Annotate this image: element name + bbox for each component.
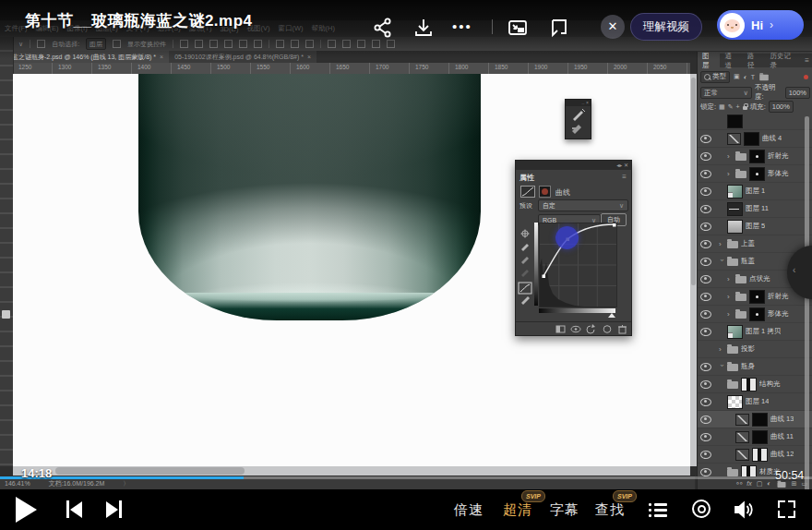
ps-toolbar-sliver[interactable] [0, 37, 14, 466]
layer-row-图层 1 拷贝[interactable]: 图层 1 拷贝 [698, 323, 812, 341]
layer-row-曲线 12[interactable]: 曲线 12 [698, 446, 812, 464]
cast-screen-button[interactable] [548, 17, 570, 39]
layer-thumbnail-black[interactable] [727, 114, 743, 128]
account-button[interactable]: Hi › [717, 10, 804, 40]
layer-thumbnail-gray[interactable] [727, 220, 743, 234]
filter-toggle-light[interactable] [804, 75, 808, 79]
eye-icon[interactable] [700, 187, 711, 196]
quality-button[interactable]: 超清 [503, 501, 532, 519]
filter-group-icon[interactable] [759, 75, 769, 80]
layer-thumbnail-line[interactable] [727, 202, 743, 216]
layer-thumbnail-black[interactable] [752, 430, 768, 444]
layer-row-结构光[interactable]: 结构光 [698, 376, 812, 393]
eye-icon[interactable] [700, 416, 711, 424]
close-icon[interactable]: ✕ [601, 15, 625, 39]
find-button[interactable]: 查找 [595, 501, 625, 519]
lock-pixels-icon[interactable]: ✎ [728, 103, 734, 111]
next-episode-button[interactable] [103, 500, 124, 519]
lock-all-icon[interactable] [743, 106, 747, 110]
filter-pixel-icon[interactable]: ▣ [734, 73, 740, 80]
layer-style-icon[interactable]: fx [746, 480, 751, 487]
layer-thumbnail-blackdot[interactable] [749, 307, 765, 321]
vscroll-thumb[interactable] [691, 78, 696, 285]
zoom-level[interactable]: 146.41% [5, 480, 30, 487]
new-group-icon[interactable] [777, 482, 785, 488]
picture-in-picture-button[interactable] [507, 17, 529, 39]
layer-thumbnail-blackdot[interactable] [749, 150, 765, 163]
collapse-group-icon[interactable]: › [718, 259, 726, 264]
eye-icon[interactable] [700, 293, 711, 301]
layer-thumbnail-blackdot[interactable] [749, 167, 765, 181]
eye-icon[interactable] [700, 451, 711, 459]
understand-video-button[interactable]: 理解视频 [630, 13, 702, 41]
layer-row-图层 14[interactable]: 图层 14 [698, 393, 812, 411]
eye-icon[interactable] [700, 170, 711, 178]
floating-mini-toolbar[interactable]: ‥ × [565, 99, 591, 139]
layer-row-上盖[interactable]: ›上盖 [698, 235, 812, 253]
curves-footer-icons[interactable] [516, 321, 631, 335]
fullscreen-icon[interactable] [778, 500, 795, 518]
filter-type-dropdown[interactable]: 类型 [700, 71, 730, 83]
properties-tab[interactable]: 属性 [519, 173, 534, 183]
curves-tool-column[interactable] [518, 229, 532, 307]
playlist-icon[interactable] [649, 502, 667, 517]
eye-icon[interactable] [700, 152, 711, 161]
layer-thumbnail-teal[interactable] [727, 325, 743, 339]
eye-icon[interactable] [700, 135, 711, 143]
more-options-button[interactable]: ••• [451, 17, 473, 39]
layer-thumbnail-whitebar[interactable] [741, 465, 757, 478]
layer-row-投影[interactable]: ›投影 [698, 341, 812, 358]
eye-icon[interactable] [700, 328, 711, 336]
blend-mode-dropdown[interactable]: 正常 ∨ [700, 87, 752, 99]
eye-icon[interactable] [700, 433, 711, 441]
eye-icon[interactable] [700, 468, 711, 476]
layer-thumbnail-black[interactable] [744, 132, 759, 146]
lock-transparent-icon[interactable]: ▦ [719, 103, 725, 111]
eye-icon[interactable] [700, 258, 711, 266]
layer-row-折射光[interactable]: ›折射光 [698, 148, 812, 165]
panel-window-buttons[interactable]: ◂▸ ✕ [516, 161, 631, 170]
layer-row-形体光[interactable]: ›形体光 [698, 306, 812, 323]
layer-thumbnail-whitebar[interactable] [741, 378, 757, 391]
eye-icon[interactable] [700, 363, 711, 371]
eye-icon[interactable] [700, 223, 711, 231]
expand-group-icon[interactable]: › [719, 240, 724, 248]
layer-row-图层 11[interactable]: 图层 11 [698, 200, 812, 218]
layer-row-曲线 13[interactable]: 曲线 13 [698, 411, 812, 428]
preset-dropdown[interactable]: 自定∨ [538, 199, 628, 211]
expand-group-icon[interactable]: › [727, 152, 733, 161]
eye-icon[interactable] [700, 240, 711, 248]
layer-row-partial-0[interactable] [698, 113, 812, 130]
expand-group-icon[interactable]: › [727, 170, 733, 178]
white-point-slider[interactable] [608, 313, 615, 318]
panel-menu-icon[interactable]: ≡ [622, 173, 627, 181]
record-icon[interactable] [692, 500, 710, 518]
horizontal-scrollbar[interactable] [13, 466, 690, 476]
layer-row-图层 5[interactable]: 图层 5 [698, 218, 812, 235]
add-mask-icon[interactable]: ▢ [757, 480, 763, 488]
progress-bar[interactable] [0, 476, 812, 479]
opacity-value[interactable]: 100% [785, 87, 810, 99]
layer-row-形体光[interactable]: ›形体光 [698, 165, 812, 183]
expand-group-icon[interactable]: › [727, 275, 733, 283]
play-button[interactable] [16, 497, 37, 523]
expand-group-icon[interactable]: › [727, 293, 733, 301]
hscroll-thumb[interactable] [55, 467, 245, 475]
eye-icon[interactable] [700, 380, 711, 389]
vertical-scrollbar[interactable] [690, 74, 697, 466]
download-button[interactable] [412, 17, 435, 39]
eye-icon[interactable] [700, 275, 711, 283]
layer-row-曲线 11[interactable]: 曲线 11 [698, 428, 812, 446]
link-layers-icon[interactable]: ⚬⚬ [734, 480, 742, 488]
layer-row-图层 1[interactable]: 图层 1 [698, 183, 812, 200]
layer-thumbnail-checker[interactable] [727, 395, 743, 409]
layer-row-瓶身[interactable]: ›瓶身 [698, 358, 812, 376]
layer-thumbnail-blackdot[interactable] [749, 290, 765, 304]
eye-icon[interactable] [700, 310, 711, 319]
playback-speed-button[interactable]: 倍速 [454, 501, 484, 519]
subtitle-button[interactable]: 字幕 [550, 501, 579, 519]
collapse-group-icon[interactable]: › [718, 364, 726, 369]
fill-value[interactable]: 100% [769, 101, 794, 113]
layer-thumbnail-whitebar[interactable] [752, 448, 768, 462]
layer-thumbnail-teal[interactable] [727, 185, 743, 199]
